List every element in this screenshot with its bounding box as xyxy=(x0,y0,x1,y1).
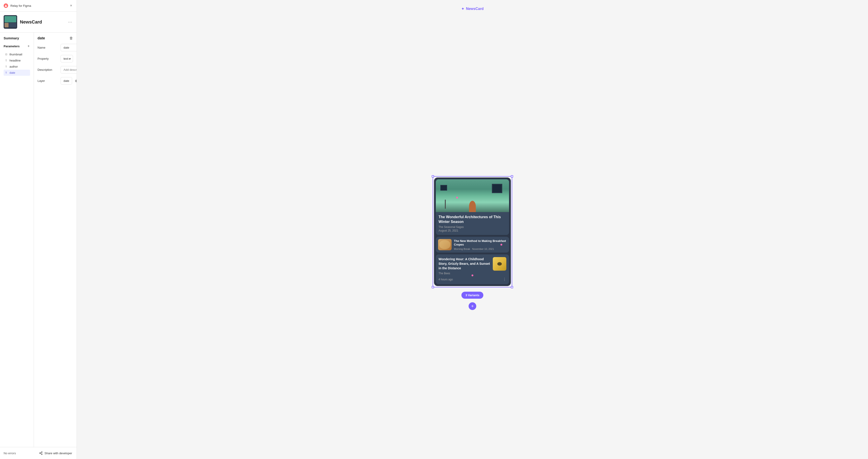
summary-section: Summary Parameters + ⊡ thumbnail T headl… xyxy=(0,33,76,447)
more-button[interactable]: ⋯ xyxy=(67,19,73,25)
small-article-meta: Morning Break November 10, 2021 xyxy=(454,248,507,250)
featured-article[interactable]: The Wonderful Architectures of This Wint… xyxy=(436,179,509,235)
param-item-date[interactable]: T date xyxy=(4,70,30,76)
canvas-area: ✦ NewsCard The Wonderful Architectu xyxy=(77,0,868,459)
description-label: Description xyxy=(37,68,58,71)
no-errors-label: No errors xyxy=(4,452,16,455)
long-article-source: The Bees xyxy=(438,272,491,275)
property-label: Property xyxy=(37,57,58,60)
small-article[interactable]: The New Method to Making Breakfast Crepe… xyxy=(436,237,509,252)
name-label: Name xyxy=(37,46,58,49)
arch-window xyxy=(440,185,447,191)
long-article-text: Wondering Hour: A Childhood Story, Grizz… xyxy=(438,257,491,275)
add-param-button[interactable]: + xyxy=(27,43,30,49)
component-canvas-label: NewsCard xyxy=(466,7,484,11)
selection-wrapper: The Wonderful Architectures of This Wint… xyxy=(433,176,512,287)
property-row: Property text-content visible src href ▾ xyxy=(37,55,73,62)
long-article-time: 4 hours ago xyxy=(438,278,453,281)
bee-image xyxy=(493,257,506,271)
image-icon: ⊡ xyxy=(4,53,8,56)
more-options-icon[interactable]: ⋮ xyxy=(503,277,506,281)
long-article[interactable]: Wondering Hour: A Childhood Story, Grizz… xyxy=(436,254,509,284)
summary-tab: Summary Parameters + ⊡ thumbnail T headl… xyxy=(0,33,34,447)
small-article-image xyxy=(438,239,452,250)
long-article-footer: 4 hours ago ⋮ xyxy=(438,277,506,281)
bottom-bar: No errors Share with developer xyxy=(0,447,76,459)
long-article-title: Wondering Hour: A Childhood Story, Grizz… xyxy=(438,257,491,270)
layer-label: Layer xyxy=(37,79,58,83)
svg-line-3 xyxy=(40,453,41,454)
param-name-author: author xyxy=(9,65,18,68)
property-select[interactable]: text-content visible src href xyxy=(61,55,73,62)
svg-point-0 xyxy=(41,452,42,453)
food-image xyxy=(438,239,452,250)
small-article-source: Morning Break xyxy=(454,248,470,250)
layer-row: Layer date ⊕ xyxy=(37,77,73,85)
left-panel: Relay for Figma × NewsCard ⋯ Summary Par… xyxy=(0,0,77,459)
thumb-bottom xyxy=(4,23,16,27)
svg-point-2 xyxy=(41,454,42,455)
variants-button[interactable]: 3 Variants xyxy=(461,292,483,299)
detail-header: date 🗑 xyxy=(37,36,73,40)
component-thumbnail xyxy=(4,15,17,29)
add-variant-button[interactable]: + xyxy=(469,302,476,310)
target-icon[interactable]: ⊕ xyxy=(75,79,76,83)
detail-title: date xyxy=(37,36,45,40)
thumb-bottom-text xyxy=(9,23,16,27)
featured-content: The Wonderful Architectures of This Wint… xyxy=(436,212,509,235)
handle-bottom-right[interactable] xyxy=(511,286,513,288)
selection-box: The Wonderful Architectures of This Wint… xyxy=(433,176,512,287)
thumb-top xyxy=(4,16,16,22)
share-icon xyxy=(39,451,43,455)
relay-logo-icon xyxy=(5,4,7,7)
description-input[interactable] xyxy=(61,66,76,73)
delete-button[interactable]: 🗑 xyxy=(69,36,73,40)
small-article-title: The New Method to Making Breakfast Crepe… xyxy=(454,239,507,247)
params-label: Parameters xyxy=(4,44,20,48)
detail-panel: date 🗑 Name Property text-content visibl… xyxy=(34,33,76,447)
component-label-container: ✦ NewsCard xyxy=(461,6,484,11)
summary-label: Summary xyxy=(4,36,30,40)
long-article-image xyxy=(493,257,506,271)
param-item-author[interactable]: T author xyxy=(4,64,30,70)
arch-lamp xyxy=(445,200,446,209)
svg-point-1 xyxy=(39,453,40,454)
name-row: Name xyxy=(37,44,73,51)
param-name-headline: headline xyxy=(9,59,21,62)
pink-dot-featured xyxy=(456,197,458,198)
component-header: NewsCard ⋯ xyxy=(0,11,76,33)
figma-component-icon: ✦ xyxy=(461,6,465,11)
share-with-developer-button[interactable]: Share with developer xyxy=(38,451,73,456)
app-title: Relay for Figma xyxy=(10,4,67,7)
name-input[interactable] xyxy=(61,44,76,51)
description-row: Description xyxy=(37,66,73,73)
small-article-content: The New Method to Making Breakfast Crepe… xyxy=(454,239,507,250)
text-icon-author: T xyxy=(4,65,8,68)
thumb-inner xyxy=(4,16,16,28)
pink-dot-article2 xyxy=(471,275,473,276)
params-header: Parameters + xyxy=(4,43,30,49)
featured-source: The Seasonal Sagas xyxy=(438,225,506,228)
param-name-thumbnail: thumbnail xyxy=(9,53,22,56)
featured-image xyxy=(436,179,509,212)
param-name-date: date xyxy=(9,71,15,74)
close-button[interactable]: × xyxy=(69,3,73,8)
relay-logo xyxy=(4,3,8,8)
thumb-bottom-img xyxy=(4,23,8,27)
featured-title: The Wonderful Architectures of This Wint… xyxy=(438,215,506,224)
param-item-thumbnail[interactable]: ⊡ thumbnail xyxy=(4,51,30,57)
component-name: NewsCard xyxy=(20,20,64,25)
handle-bottom-left[interactable] xyxy=(432,286,434,288)
small-article-date: November 10, 2021 xyxy=(472,248,494,250)
text-icon-headline: T xyxy=(4,59,8,62)
svg-line-4 xyxy=(40,452,41,453)
handle-top-right[interactable] xyxy=(511,175,513,178)
featured-date: August 25, 2021 xyxy=(438,229,506,232)
share-label: Share with developer xyxy=(44,452,72,455)
param-item-headline[interactable]: T headline xyxy=(4,57,30,64)
layer-value: date xyxy=(61,77,72,85)
news-card: The Wonderful Architectures of This Wint… xyxy=(434,178,511,286)
handle-top-left[interactable] xyxy=(432,175,434,178)
text-icon-date: T xyxy=(4,71,8,74)
panel-header: Relay for Figma × xyxy=(0,0,76,11)
